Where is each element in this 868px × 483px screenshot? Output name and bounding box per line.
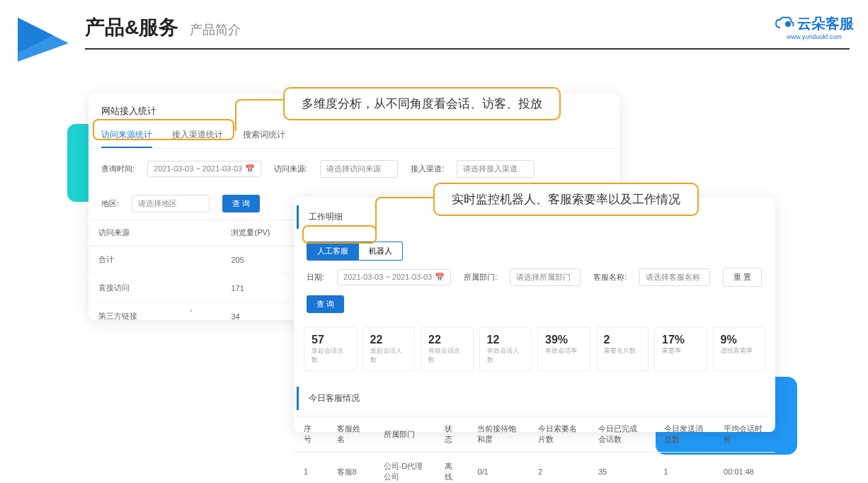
logo-text: 云朵客服 bbox=[797, 14, 854, 33]
reset-button[interactable]: 重 置 bbox=[723, 268, 762, 287]
stat-value: 9% bbox=[721, 334, 758, 346]
p2-date-label: 日期: bbox=[307, 272, 324, 283]
stat-value: 12 bbox=[487, 334, 525, 346]
header-divider bbox=[85, 48, 850, 50]
play-icon bbox=[18, 18, 69, 64]
channel-input[interactable]: 请选择接入渠道 bbox=[457, 160, 535, 178]
source-input[interactable]: 请选择访问来源 bbox=[320, 160, 398, 178]
stat-card: 12有效会话人数 bbox=[479, 327, 532, 371]
section-today: 今日客服情况 bbox=[297, 387, 772, 410]
stat-label: 有效会话率 bbox=[545, 346, 583, 356]
p2-name-label: 客服名称: bbox=[593, 272, 627, 283]
callout-connector-2 bbox=[375, 197, 433, 236]
callout-monitor: 实时监控机器人、客服索要率以及工作情况 bbox=[433, 183, 699, 216]
stat-card: 2索要名片数 bbox=[596, 327, 649, 371]
stat-value: 2 bbox=[604, 334, 641, 346]
scroll-left-icon[interactable]: ‹ bbox=[190, 306, 193, 314]
stat-value: 22 bbox=[370, 334, 408, 346]
channel-label: 接入渠道: bbox=[411, 164, 444, 174]
stat-label: 有效会话人数 bbox=[487, 346, 525, 365]
stat-label: 进线客索率 bbox=[721, 346, 758, 356]
page-subtitle: 产品简介 bbox=[190, 21, 241, 38]
highlight-box-tabs bbox=[93, 119, 234, 140]
callout-analysis: 多维度分析，从不同角度看会话、访客、投放 bbox=[283, 87, 561, 120]
date-range-input[interactable]: 2021-03-03 ~ 2021-03-03📅 bbox=[147, 161, 261, 177]
stat-value: 17% bbox=[662, 334, 699, 346]
seg-human[interactable]: 人工客服 bbox=[307, 242, 359, 261]
p2-name-input[interactable]: 请选择客服名称 bbox=[639, 268, 710, 286]
stat-card: 22发起会话人数 bbox=[362, 327, 416, 371]
brand-logo: 云朵客服 www.yunduokf.com bbox=[775, 14, 854, 40]
panel2-filters: 日期: 2021-03-03 ~ 2021-03-03📅 所属部门: 请选择所属… bbox=[294, 261, 775, 320]
p2-dept-input[interactable]: 请选择所属部门 bbox=[510, 268, 581, 286]
stat-card: 39%有效会话率 bbox=[537, 327, 590, 371]
page-title: 产品&服务 bbox=[85, 14, 178, 41]
calendar-icon: 📅 bbox=[245, 164, 255, 173]
col-source: 访问来源 bbox=[88, 220, 221, 246]
stat-card: 17%索要率 bbox=[654, 327, 707, 371]
stat-label: 有效会话次数 bbox=[428, 346, 466, 365]
highlight-box-segments bbox=[302, 225, 377, 244]
callout-connector-1 bbox=[235, 99, 283, 131]
table-row: 1客服8公司-D代理公司离线0/1235100:01:48 bbox=[294, 453, 775, 484]
panel2-table: 序号客服姓名所属部门状态当前接待饱和度今日索要名片数今日已完成会话数今日发送消息… bbox=[294, 416, 775, 483]
search-button[interactable]: 查 询 bbox=[222, 195, 260, 212]
p2-dept-label: 所属部门: bbox=[464, 272, 497, 283]
source-label: 访问来源: bbox=[274, 164, 307, 174]
stat-card: 57发起会话次数 bbox=[304, 327, 357, 371]
page-header: 产品&服务 产品简介 云朵客服 www.yunduokf.com bbox=[0, 0, 868, 50]
seg-robot[interactable]: 机器人 bbox=[359, 242, 403, 261]
stat-card: 9%进线客索率 bbox=[713, 327, 766, 371]
stat-label: 发起会话人数 bbox=[370, 346, 408, 365]
stats-row: 57发起会话次数22发起会话人数22有效会话次数12有效会话人数39%有效会话率… bbox=[294, 320, 775, 381]
stat-value: 57 bbox=[312, 334, 349, 346]
stat-value: 39% bbox=[545, 334, 583, 346]
cloud-icon bbox=[775, 16, 794, 32]
svg-point-2 bbox=[785, 21, 791, 27]
stat-value: 22 bbox=[428, 334, 466, 346]
stat-label: 索要率 bbox=[662, 346, 699, 356]
calendar-icon: 📅 bbox=[435, 273, 445, 281]
region-input[interactable]: 请选择地区 bbox=[132, 195, 210, 212]
region-label: 地区: bbox=[101, 198, 119, 209]
stat-label: 索要名片数 bbox=[604, 346, 641, 356]
stat-card: 22有效会话次数 bbox=[421, 327, 474, 371]
stat-label: 发起会话次数 bbox=[312, 346, 349, 365]
logo-url: www.yunduokf.com bbox=[775, 33, 854, 40]
p2-date-input[interactable]: 2021-03-03 ~ 2021-03-03📅 bbox=[337, 269, 451, 285]
svg-marker-1 bbox=[18, 18, 69, 62]
p2-search-button[interactable]: 查 询 bbox=[307, 295, 344, 313]
date-label: 查询时间: bbox=[101, 164, 135, 174]
